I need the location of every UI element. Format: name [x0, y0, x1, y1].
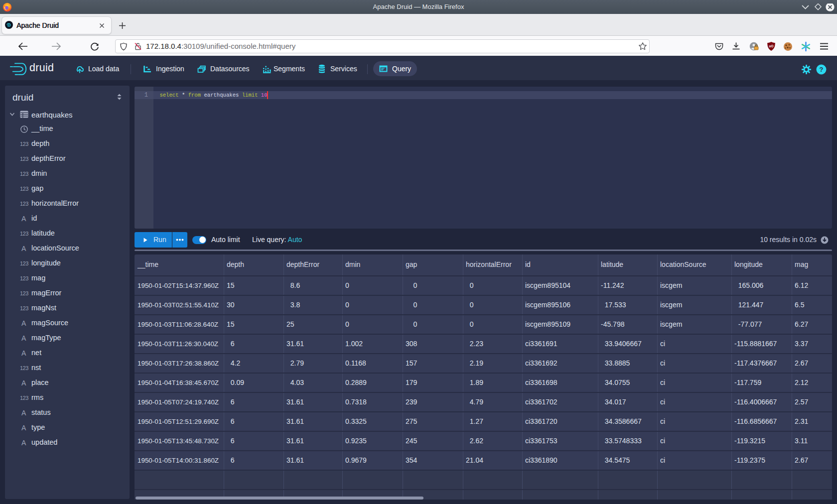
svg-text:?: ? — [820, 66, 824, 73]
svg-text:uO: uO — [769, 44, 773, 48]
